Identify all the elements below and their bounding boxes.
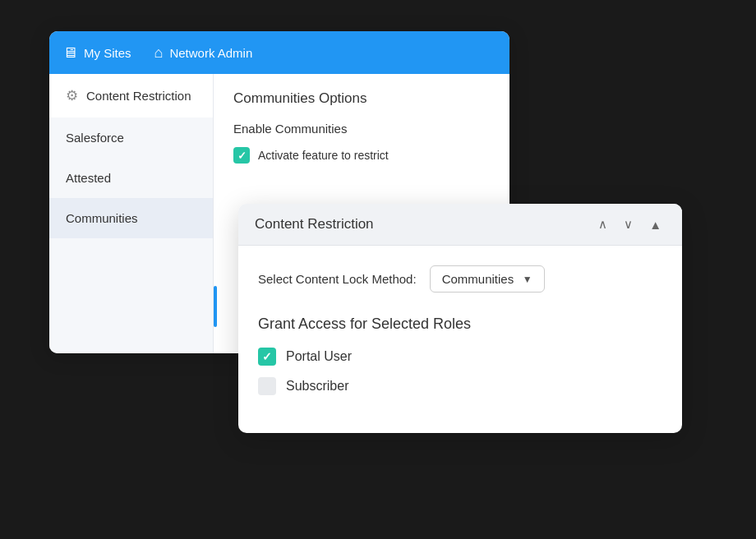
lock-method-dropdown[interactable]: Communities ▼ [430, 265, 545, 293]
lock-method-row: Select Content Lock Method: Communities … [258, 265, 662, 293]
lock-method-value: Communities [442, 272, 514, 286]
my-sites-nav[interactable]: 🖥 My Sites [62, 44, 131, 62]
sidebar-item-label: Communities [66, 211, 138, 225]
network-admin-label: Network Admin [169, 46, 252, 60]
portal-user-checkbox[interactable] [258, 348, 276, 366]
portal-user-label: Portal User [286, 349, 352, 364]
panel-header: Content Restriction ∧ ∨ ▲ [238, 204, 682, 246]
activate-checkbox[interactable] [233, 147, 250, 164]
sidebar-item-label: Salesforce [66, 131, 124, 145]
maximize-button[interactable]: ▲ [645, 216, 666, 233]
gear-icon: ⚙ [66, 87, 78, 104]
panel-controls: ∧ ∨ ▲ [594, 215, 666, 233]
portal-user-role-item: Portal User [258, 348, 662, 366]
section-title: Communities Options [233, 90, 490, 107]
active-indicator-bar [214, 286, 217, 327]
collapse-down-button[interactable]: ∨ [620, 215, 637, 233]
monitor-icon: 🖥 [62, 44, 77, 62]
sidebar: ⚙ Content Restriction Salesforce Atteste… [49, 74, 214, 353]
sidebar-item-salesforce[interactable]: Salesforce [49, 117, 213, 158]
sub-title: Enable Communities [233, 122, 490, 136]
home-icon: ⌂ [154, 44, 164, 62]
sidebar-item-communities[interactable]: Communities [49, 198, 213, 238]
floating-panel: Content Restriction ∧ ∨ ▲ Select Content… [238, 204, 682, 433]
activate-label: Activate feature to restrict [258, 149, 389, 162]
grant-title: Grant Access for Selected Roles [258, 316, 662, 333]
panel-title: Content Restriction [255, 216, 374, 233]
sidebar-item-attested[interactable]: Attested [49, 158, 213, 198]
lock-method-label: Select Content Lock Method: [258, 272, 417, 286]
sidebar-item-label: Content Restriction [86, 89, 191, 103]
subscriber-checkbox[interactable] [258, 377, 276, 395]
panel-body: Select Content Lock Method: Communities … [238, 246, 682, 433]
my-sites-label: My Sites [84, 46, 131, 60]
collapse-up-button[interactable]: ∧ [594, 215, 611, 233]
activate-feature-row: Activate feature to restrict [233, 147, 490, 164]
subscriber-label: Subscriber [286, 379, 348, 394]
nav-bar: 🖥 My Sites ⌂ Network Admin [49, 31, 509, 74]
chevron-down-icon: ▼ [523, 274, 532, 285]
network-admin-nav[interactable]: ⌂ Network Admin [154, 44, 253, 62]
sidebar-item-content-restriction[interactable]: ⚙ Content Restriction [49, 74, 213, 117]
sidebar-item-label: Attested [66, 171, 111, 185]
subscriber-role-item: Subscriber [258, 377, 662, 395]
